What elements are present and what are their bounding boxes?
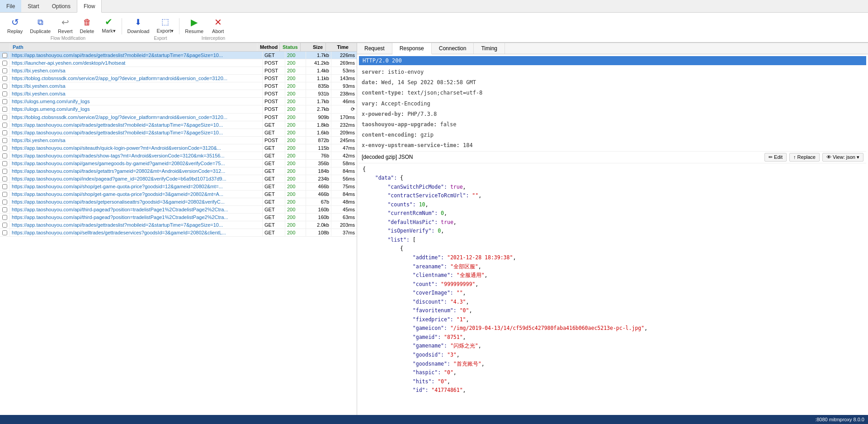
table-row[interactable]: https://app.taoshouyou.com/api/shop/get-…	[0, 183, 357, 191]
table-row[interactable]: https://ulogs.umeng.com/unify_logs POST …	[0, 105, 357, 114]
row-method: POST	[263, 98, 285, 105]
table-row[interactable]: https://app.taoshouyou.com/api/trades/sh…	[0, 152, 357, 160]
abort-button[interactable]: ✕ Abort	[207, 15, 229, 36]
revert-button[interactable]: ↩ Revert	[54, 15, 76, 36]
detail-pane: Request Response Connection Timing HTTP/…	[357, 43, 868, 415]
scroll-spacer	[351, 43, 357, 51]
table-row[interactable]: https://ulogs.umeng.com/unify_logs POST …	[0, 98, 357, 105]
row-check[interactable]	[0, 98, 10, 105]
row-method: GET	[263, 129, 285, 136]
table-row[interactable]: https://app.taoshouyou.com/api/trades/ge…	[0, 52, 357, 59]
delete-button[interactable]: 🗑 Delete	[76, 16, 98, 36]
row-check[interactable]	[0, 90, 10, 97]
replace-button[interactable]: ↑ Replace	[789, 153, 820, 162]
replay-button[interactable]: ↺ Replay	[4, 15, 26, 36]
row-check[interactable]	[0, 191, 10, 198]
row-check[interactable]	[0, 82, 10, 90]
table-row[interactable]: https://launcher-api.yeshen.com/desktop/…	[0, 59, 357, 67]
row-check[interactable]	[0, 59, 10, 67]
row-check[interactable]	[0, 206, 10, 213]
row-check[interactable]	[0, 137, 10, 144]
row-status: 200	[285, 144, 306, 152]
row-check[interactable]	[0, 129, 10, 136]
row-status: 200	[285, 90, 306, 97]
table-row[interactable]: https://app.taoshouyou.com/api/games/gam…	[0, 160, 357, 167]
menu-start[interactable]: Start	[21, 0, 45, 12]
row-status: 200	[285, 198, 306, 205]
row-method: POST	[263, 105, 285, 113]
table-row[interactable]: https://app.taoshouyou.com/api/trades/ge…	[0, 167, 357, 175]
headers-container: server: istio-envoydate: Wed, 14 Sep 202…	[359, 67, 866, 151]
table-row[interactable]: https://bi.yeshen.com/sa POST 200 931b 2…	[0, 90, 357, 98]
row-check[interactable]	[0, 105, 10, 113]
table-row[interactable]: https://toblog.ctobsnssdk.com/service/2/…	[0, 75, 357, 82]
row-check[interactable]	[0, 221, 10, 229]
tab-response[interactable]: Response	[392, 43, 432, 54]
menu-options[interactable]: Options	[46, 0, 77, 12]
table-row[interactable]: https://app.taoshouyou.com/api/third-pag…	[0, 214, 357, 221]
tab-connection[interactable]: Connection	[432, 43, 474, 54]
row-size: 115b	[306, 144, 331, 152]
table-row[interactable]: https://app.taoshouyou.com/api/selltrade…	[0, 229, 357, 237]
table-row[interactable]: https://bi.yeshen.com/sa POST 200 835b 9…	[0, 82, 357, 90]
table-row[interactable]: https://bi.yeshen.com/sa POST 200 872b 2…	[0, 137, 357, 144]
tab-timing[interactable]: Timing	[474, 43, 505, 54]
view-json-button[interactable]: 👁 View: json ▾	[822, 153, 863, 162]
row-size: 909b	[306, 114, 331, 121]
duplicate-button[interactable]: ⧉ Duplicate	[26, 16, 54, 36]
row-path: https://app.taoshouyou.com/api/index/pag…	[10, 175, 263, 182]
row-size: 1.4kb	[306, 67, 331, 74]
table-row[interactable]: https://app.taoshouyou.com/api/shop/get-…	[0, 191, 357, 198]
row-size: 1.7kb	[306, 52, 331, 59]
row-check[interactable]	[0, 152, 10, 159]
row-time: 238ms	[331, 90, 357, 97]
section-label-export: Export	[133, 36, 188, 41]
menu-file[interactable]: File	[0, 0, 21, 12]
row-check[interactable]	[0, 229, 10, 236]
edit-button[interactable]: ✏ Edit	[764, 153, 787, 162]
abort-icon: ✕	[214, 17, 222, 28]
revert-icon: ↩	[61, 17, 69, 28]
json-content: { "data": { "canSwitchPicMode": true, "c…	[359, 163, 866, 397]
traffic-table[interactable]: Path Method Status Size Time https://app…	[0, 43, 357, 415]
table-row[interactable]: https://app.taoshouyou.com/api/siteauth/…	[0, 144, 357, 152]
row-check[interactable]	[0, 121, 10, 129]
row-check[interactable]	[0, 114, 10, 121]
row-check[interactable]	[0, 175, 10, 182]
row-check[interactable]	[0, 52, 10, 59]
row-check[interactable]	[0, 214, 10, 221]
tab-request[interactable]: Request	[357, 43, 392, 54]
row-size: 1.8kb	[306, 121, 331, 129]
row-check[interactable]	[0, 144, 10, 152]
main-content: Path Method Status Size Time https://app…	[0, 43, 868, 415]
row-time: 48ms	[331, 198, 357, 205]
row-check[interactable]	[0, 75, 10, 82]
row-check[interactable]	[0, 183, 10, 190]
resume-button[interactable]: ▶ Resume	[181, 15, 207, 36]
table-row[interactable]: https://app.taoshouyou.com/api/third-pag…	[0, 206, 357, 214]
mark-label: Mark▾	[102, 28, 115, 34]
download-button[interactable]: ⬇ Download	[124, 16, 153, 36]
row-time: 170ms	[331, 114, 357, 121]
mark-button[interactable]: ✔ Mark▾	[98, 14, 120, 36]
export-button[interactable]: ⬚ Export▾	[153, 15, 177, 36]
table-row[interactable]: https://app.taoshouyou.com/api/index/pag…	[0, 175, 357, 183]
header-value: text/json;charset=utf-8	[407, 90, 482, 96]
section-label-modification: Flow Modification	[4, 36, 132, 41]
row-check[interactable]	[0, 167, 10, 175]
table-row[interactable]: https://app.taoshouyou.com/api/trades/ge…	[0, 221, 357, 229]
table-row[interactable]: https://toblog.ctobsnssdk.com/service/2/…	[0, 114, 357, 121]
row-check[interactable]	[0, 198, 10, 205]
table-row[interactable]: https://app.taoshouyou.com/api/trades/ge…	[0, 121, 357, 129]
row-time: 269ms	[331, 59, 357, 67]
row-check[interactable]	[0, 67, 10, 74]
download-label: Download	[127, 29, 150, 34]
row-check[interactable]	[0, 160, 10, 167]
table-row[interactable]: https://bi.yeshen.com/sa POST 200 1.4kb …	[0, 67, 357, 75]
table-row[interactable]: https://app.taoshouyou.com/api/trades/ge…	[0, 129, 357, 137]
row-status: 200	[285, 98, 306, 105]
header-colon: :	[401, 90, 407, 96]
row-status: 200	[285, 160, 306, 167]
menu-flow[interactable]: Flow	[77, 0, 102, 13]
table-row[interactable]: https://app.taoshouyou.com/api/trades/ge…	[0, 198, 357, 206]
